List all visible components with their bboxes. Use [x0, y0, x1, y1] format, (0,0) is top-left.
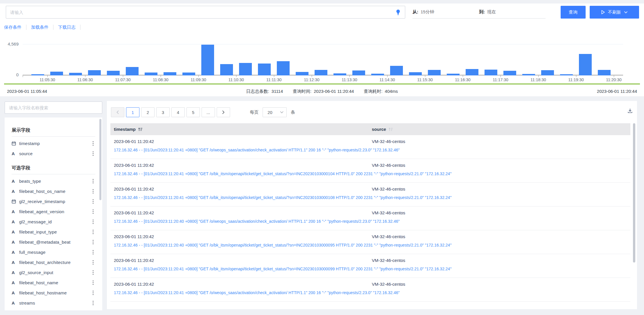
kebab-menu-icon[interactable]: [91, 179, 95, 184]
field-item-filebeat_agent_version[interactable]: Afilebeat_agent_version: [12, 207, 95, 217]
kebab-menu-icon[interactable]: [91, 290, 95, 295]
page-button-5[interactable]: 5: [186, 107, 200, 117]
field-name: filebeat_host_os_name: [19, 189, 91, 194]
kebab-menu-icon[interactable]: [91, 199, 95, 204]
histogram-bar: [258, 64, 271, 75]
field-item-source[interactable]: Asource: [12, 149, 95, 159]
row-source: VM-32-46-centos: [372, 163, 405, 168]
gridline-max: [23, 44, 623, 44]
histogram-bar: [503, 71, 516, 75]
time-to-field[interactable]: 到: 现在: [479, 9, 546, 15]
query-button[interactable]: 查询: [561, 6, 586, 19]
download-icon[interactable]: [627, 108, 633, 115]
field-item-gl2_message_id[interactable]: Agl2_message_id: [12, 217, 95, 227]
field-item-beats_type[interactable]: Abeats_type: [12, 176, 95, 186]
kebab-menu-icon[interactable]: [91, 240, 95, 245]
page-button-2[interactable]: 2: [141, 107, 155, 117]
field-item-gl2_source_input[interactable]: Agl2_source_input: [12, 267, 95, 278]
load-condition-link[interactable]: 加载条件: [26, 25, 53, 30]
histogram-bar: [164, 72, 176, 75]
table-body: 2023-06-01 11:20:42VM-32-46-centos172.16…: [110, 135, 630, 302]
x-axis-label: 11:10:30: [220, 77, 252, 82]
letter-a-icon: A: [12, 229, 19, 234]
kebab-menu-icon[interactable]: [91, 250, 95, 255]
x-axis-tick: [387, 75, 388, 77]
page-button-4[interactable]: 4: [171, 107, 185, 117]
field-item-streams[interactable]: Astreams: [12, 298, 95, 308]
x-axis-tick: [23, 75, 23, 77]
kebab-menu-icon[interactable]: [91, 280, 95, 285]
field-item-gl2_receive_timestamp[interactable]: gl2_receive_timestamp: [12, 196, 95, 207]
table-row: 2023-06-01 11:20:42VM-32-46-centos172.16…: [110, 278, 630, 302]
prev-page-button[interactable]: [111, 107, 124, 117]
per-page-select[interactable]: 20: [263, 107, 287, 117]
field-item-filebeat_host_os_name[interactable]: Afilebeat_host_os_name: [12, 186, 95, 196]
kebab-menu-icon[interactable]: [91, 219, 95, 224]
field-item-filebeat_host_name[interactable]: Afilebeat_host_name: [12, 278, 95, 288]
field-item-timestamp[interactable]: timestamp: [12, 138, 95, 149]
histogram-bar: [107, 71, 120, 75]
query-search-box: [6, 6, 405, 19]
letter-a-icon: A: [12, 260, 19, 265]
table-row: 2023-06-01 11:20:42VM-32-46-centos172.16…: [110, 135, 630, 159]
page-ellipsis-button[interactable]: ...: [202, 107, 215, 117]
kebab-menu-icon[interactable]: [91, 300, 95, 305]
total-count-value: 31114: [272, 89, 283, 94]
field-item-filebeat_@metadata_beat[interactable]: Afilebeat_@metadata_beat: [12, 237, 95, 247]
field-item-full_message[interactable]: Afull_message: [12, 247, 95, 257]
row-source: VM-32-46-centos: [372, 210, 405, 215]
kebab-menu-icon[interactable]: [91, 141, 95, 146]
row-log-message[interactable]: 172.16.32.46 - - [01/Jun/2023:11:20:40 +…: [114, 243, 451, 247]
row-log-message[interactable]: 172.16.32.46 - - [01/Jun/2023:11:20:41 +…: [114, 195, 451, 200]
row-source: VM-32-46-centos: [372, 187, 405, 191]
kebab-menu-icon[interactable]: [91, 151, 95, 156]
column-header-source[interactable]: source: [372, 127, 393, 132]
histogram-bar: [409, 72, 422, 75]
range-end-time: 2023-06-01 11:20:44: [597, 89, 637, 94]
row-log-message[interactable]: 172.16.32.46 - - [01/Jun/2023:11:20:41 +…: [114, 290, 400, 295]
table-scrollbar[interactable]: [633, 123, 635, 262]
row-log-message[interactable]: 172.16.32.46 - - [01/Jun/2023:11:20:40 +…: [114, 219, 400, 224]
sort-ascending-icon[interactable]: [138, 127, 143, 132]
field-item-filebeat_input_type[interactable]: Afilebeat_input_type: [12, 227, 95, 237]
table-header: timestamp source: [110, 123, 630, 135]
page-button-1[interactable]: 1: [126, 107, 139, 117]
row-log-message[interactable]: 172.16.32.46 - - [01/Jun/2023:11:20:41 +…: [114, 148, 400, 152]
field-item-filebeat_host_architecture[interactable]: Afilebeat_host_architecture: [12, 257, 95, 267]
row-log-message[interactable]: 172.16.32.46 - - [01/Jun/2023:11:20:41 +…: [114, 171, 451, 176]
field-search-input[interactable]: [5, 102, 102, 113]
query-search-input[interactable]: [6, 10, 395, 15]
per-page-control: 每页20条: [250, 107, 295, 117]
refresh-button[interactable]: 不刷新: [590, 6, 639, 19]
kebab-menu-icon[interactable]: [91, 209, 95, 214]
row-source: VM-32-46-centos: [372, 139, 405, 144]
sidebar-scrollbar[interactable]: [99, 119, 101, 200]
kebab-menu-icon[interactable]: [91, 229, 95, 234]
histogram-bar: [390, 66, 403, 75]
lightbulb-icon[interactable]: [395, 9, 401, 15]
kebab-menu-icon[interactable]: [91, 270, 95, 275]
x-axis-tick: [576, 75, 576, 77]
refresh-button-label: 不刷新: [608, 10, 621, 15]
kebab-menu-icon[interactable]: [91, 260, 95, 265]
kebab-menu-icon[interactable]: [91, 189, 95, 194]
letter-a-icon: A: [12, 189, 19, 194]
row-log-message[interactable]: 172.16.32.46 - - [01/Jun/2023:11:20:41 +…: [114, 267, 451, 271]
field-sidebar: 展示字段timestampAsource可选字段Abeats_typeAfile…: [5, 117, 102, 310]
x-axis-label: 11:07:30: [107, 77, 139, 82]
field-name: filebeat_host_architecture: [19, 260, 91, 265]
field-name: gl2_source_input: [19, 270, 91, 275]
x-axis-label: 11:13:30: [333, 77, 365, 82]
next-page-button[interactable]: [217, 107, 230, 117]
page-button-3[interactable]: 3: [156, 107, 170, 117]
histogram-bar: [447, 74, 460, 75]
field-item-filebeat_host_hostname[interactable]: Afilebeat_host_hostname: [12, 288, 95, 298]
x-axis-label: 11:17:30: [485, 77, 516, 82]
column-header-timestamp[interactable]: timestamp: [114, 127, 372, 132]
time-from-field[interactable]: 从: 15分钟: [412, 9, 479, 15]
sort-icon[interactable]: [388, 127, 393, 132]
save-condition-link[interactable]: 保存条件: [4, 25, 26, 30]
chevron-down-icon: [624, 11, 628, 14]
download-log-link[interactable]: 下载日志: [53, 25, 80, 30]
per-page-value: 20: [268, 110, 272, 115]
